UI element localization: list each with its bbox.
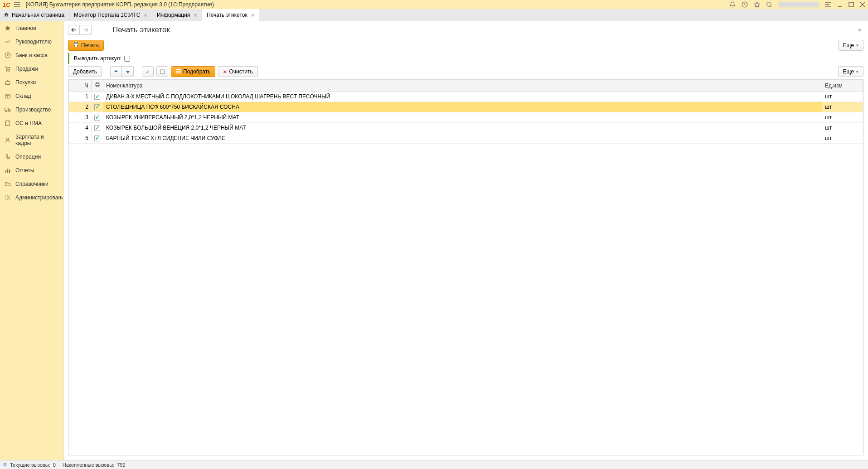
table-row[interactable]: 3✓КОЗЫРЕК УНИВЕРСАЛЬНЫЙ 2,0*1,2 ЧЕРНЫЙ М… [69, 112, 863, 123]
sidebar-item-label: Руководителю [15, 39, 52, 45]
more-button-2[interactable]: Еще [838, 66, 863, 77]
page-title: Печать этикеток [112, 25, 170, 34]
cell-n: 2 [69, 102, 92, 112]
add-button[interactable]: Добавить [68, 66, 102, 77]
nav-back-button[interactable] [68, 25, 80, 35]
sidebar-item[interactable]: Склад [0, 89, 63, 103]
sidebar-item[interactable]: Администрирование [0, 191, 63, 204]
svg-point-1 [767, 2, 771, 6]
svg-text:₽: ₽ [7, 53, 9, 57]
uncheck-all-button[interactable] [156, 66, 168, 77]
cell-n: 1 [69, 92, 92, 102]
svg-rect-11 [5, 121, 10, 126]
cell-check[interactable]: ✓ [92, 133, 103, 144]
cell-check[interactable]: ✓ [92, 92, 103, 102]
bars-icon [5, 167, 11, 174]
sidebar-item-label: ОС и НМА [15, 120, 42, 126]
sidebar-item[interactable]: Покупки [0, 76, 63, 89]
title-bar: 1С [КОПИЯ] Бухгалтерия предприятия КОРП,… [0, 0, 868, 9]
cell-check[interactable]: ✓ [92, 123, 103, 133]
sidebar-item[interactable]: Справочники [0, 177, 63, 191]
show-article-checkbox[interactable] [124, 56, 130, 62]
cell-n: 5 [69, 133, 92, 144]
maximize-icon[interactable] [849, 2, 854, 7]
sidebar-item-label: Банк и касса [15, 52, 48, 58]
person-icon [5, 137, 11, 143]
close-window-icon[interactable] [860, 2, 865, 7]
check-icon: ✓ [94, 135, 100, 141]
svg-point-10 [9, 111, 10, 111]
sidebar-item[interactable]: Производство [0, 103, 63, 116]
table-row[interactable]: 2✓СТОЛЕШНИЦА ПСФ 600*750 БИСКАЙСКАЯ СОСН… [69, 102, 863, 112]
sidebar-item[interactable]: Главное [0, 21, 63, 35]
svg-rect-15 [9, 169, 10, 173]
print-button[interactable]: Печать [68, 40, 104, 51]
items-table[interactable]: N Номенклатура Ед.изм 1✓ДИВАН 3-Х МЕСТНЫ… [68, 79, 863, 455]
svg-rect-21 [176, 69, 181, 70]
sidebar-item[interactable]: Руководителю [0, 35, 63, 48]
tab-item[interactable]: Печать этикеток× [202, 9, 259, 21]
close-page-icon[interactable]: × [856, 24, 863, 35]
select-button[interactable]: Подобрать [171, 66, 215, 77]
cell-n: 4 [69, 123, 92, 133]
star-icon[interactable] [754, 1, 760, 8]
sidebar-item-label: Производство [15, 106, 51, 113]
tab-item[interactable]: Монитор Портала 1С:ИТС× [69, 9, 152, 21]
sidebar-item-label: Отчеты [15, 167, 34, 174]
history-icon[interactable] [742, 1, 748, 8]
svg-rect-19 [75, 45, 77, 47]
tab-label: Монитор Портала 1С:ИТС [74, 12, 140, 18]
clear-button[interactable]: ✕ Очистить [218, 66, 257, 77]
print-button-label: Печать [81, 42, 99, 48]
clear-icon: ✕ [223, 69, 227, 74]
box-icon [5, 93, 11, 99]
tab-item[interactable]: Информация× [152, 9, 202, 21]
tab-close-icon[interactable]: × [251, 12, 255, 19]
col-header-n[interactable]: N [69, 80, 92, 92]
check-all-button[interactable]: ✓ [142, 66, 154, 77]
sidebar-item-label: Покупки [15, 79, 36, 86]
move-down-button[interactable] [122, 66, 134, 77]
table-row[interactable]: 5✓БАРНЫЙ ТЕХАС Х+Л СИДЕНИЕ ЧИЛИ СУФЛЕшт [69, 133, 863, 144]
svg-rect-13 [5, 170, 6, 173]
sidebar-item[interactable]: Продажи [0, 62, 63, 76]
cell-unit: шт [822, 133, 863, 144]
sidebar-item[interactable]: Отчеты [0, 164, 63, 177]
table-row[interactable]: 4✓КОЗЫРЕК БОЛЬШОЙ ВЕНЕЦИЯ 2,0*1,2 ЧЕРНЫЙ… [69, 123, 863, 133]
sidebar-item[interactable]: ₽Банк и касса [0, 48, 63, 62]
cell-nomenclature: КОЗЫРЕК УНИВЕРСАЛЬНЫЙ 2,0*1,2 ЧЕРНЫЙ МАТ [103, 112, 822, 123]
cell-check[interactable]: ✓ [92, 102, 103, 112]
hamburger-icon[interactable] [14, 2, 21, 7]
minimize-icon[interactable] [837, 2, 843, 7]
tab-close-icon[interactable]: × [144, 12, 147, 19]
col-header-nomenclature[interactable]: Номенклатура [103, 80, 822, 92]
tab-bar: Начальная страница Монитор Портала 1С:ИТ… [0, 9, 868, 21]
svg-rect-22 [176, 71, 181, 72]
check-icon: ✓ [94, 115, 100, 121]
table-row[interactable]: 1✓ДИВАН 3-Х МЕСТНЫЙ С ПОДЛОКОТНИКАМИ ШОК… [69, 92, 863, 102]
sidebar-item-label: Администрирование [15, 194, 63, 201]
svg-rect-20 [160, 70, 165, 74]
cell-unit: шт [822, 92, 863, 102]
folder-icon [5, 181, 11, 187]
col-header-check[interactable] [92, 80, 103, 92]
cell-check[interactable]: ✓ [92, 112, 103, 123]
settings-icon[interactable] [825, 1, 831, 8]
sidebar-item[interactable]: Зарплата и кадры [0, 130, 63, 150]
nav-forward-button[interactable] [80, 25, 92, 35]
more-button-1[interactable]: Еще [838, 40, 863, 51]
tab-home[interactable]: Начальная страница [0, 9, 69, 21]
user-name[interactable] [778, 2, 819, 7]
bell-icon[interactable] [729, 1, 736, 8]
sidebar-item-label: Зарплата и кадры [15, 134, 58, 146]
tab-label: Печать этикеток [207, 12, 247, 18]
sidebar-item[interactable]: Операции [0, 150, 63, 164]
search-icon[interactable] [766, 1, 772, 8]
ops-icon [5, 154, 11, 160]
col-header-unit[interactable]: Ед.изм [822, 80, 863, 92]
check-icon: ✓ [94, 94, 100, 100]
sidebar-item[interactable]: ОС и НМА [0, 116, 63, 130]
tab-close-icon[interactable]: × [194, 12, 197, 19]
sidebar-item-label: Продажи [15, 66, 38, 72]
move-up-button[interactable] [110, 66, 122, 77]
